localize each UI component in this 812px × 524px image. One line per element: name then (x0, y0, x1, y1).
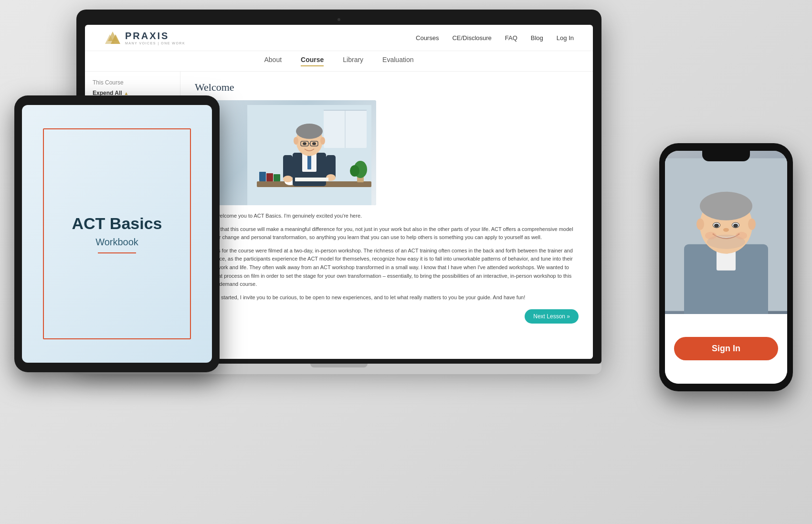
svg-point-44 (723, 228, 729, 232)
svg-rect-8 (259, 172, 266, 181)
sign-in-button[interactable]: Sign In (674, 337, 778, 360)
nav-login[interactable]: Log In (557, 34, 574, 42)
svg-point-49 (736, 232, 747, 240)
nav-courses[interactable]: Courses (416, 34, 439, 42)
svg-rect-19 (283, 155, 293, 179)
svg-point-15 (350, 165, 359, 177)
workbook-underline (98, 252, 136, 254)
welcome-text: I want to welcome you to ACT Basics. I'm… (195, 212, 579, 302)
phone-person-svg (665, 151, 787, 318)
workbook-title: ACT Basics (72, 214, 162, 233)
svg-rect-10 (274, 174, 280, 181)
svg-point-45 (696, 219, 704, 230)
logo-icon (104, 31, 121, 45)
nav-faq[interactable]: FAQ (505, 34, 517, 42)
welcome-para-3: The videos for the course were filmed at… (195, 247, 579, 289)
tab-evaluation[interactable]: Evaluation (382, 56, 413, 66)
sub-nav: About Course Library Evaluation (85, 51, 593, 72)
workbook-cover: ACT Basics Workbook (43, 128, 191, 340)
tab-course[interactable]: Course (301, 56, 324, 66)
svg-rect-9 (266, 173, 273, 181)
welcome-para-1: I want to welcome you to ACT Basics. I'm… (195, 212, 579, 220)
phone-bottom: Sign In (665, 314, 787, 384)
welcome-para-2: I'm hoping that this course will make a … (195, 225, 579, 242)
logo-area: PRAXIS MANY VOICES | ONE WORK (104, 31, 185, 45)
nav-blog[interactable]: Blog (531, 34, 543, 42)
laptop-camera (337, 18, 340, 21)
tablet-outer: ACT Basics Workbook (14, 95, 220, 372)
svg-point-25 (296, 124, 323, 139)
scene: PRAXIS MANY VOICES | ONE WORK Courses CE… (0, 0, 812, 524)
logo-name: PRAXIS (125, 31, 185, 42)
next-lesson-button[interactable]: Next Lesson » (525, 309, 579, 324)
sidebar-title: This Course (93, 79, 172, 86)
svg-point-30 (312, 142, 316, 145)
expand-arrow: ▲ (124, 91, 129, 96)
nav-ce-disclosure[interactable]: CE/Disclosure (452, 34, 491, 42)
desk-scene (195, 100, 376, 205)
workbook-subtitle: Workbook (95, 237, 138, 248)
svg-point-37 (700, 192, 752, 220)
phone-screen: Sign In (665, 151, 787, 384)
phone-notch (702, 151, 750, 161)
logo-text: PRAXIS MANY VOICES | ONE WORK (125, 31, 185, 45)
svg-point-43 (733, 224, 738, 228)
svg-point-29 (303, 142, 306, 145)
instructor-svg (247, 105, 371, 205)
instructor-photo (195, 100, 376, 205)
main-nav: Courses CE/Disclosure FAQ Blog Log In (416, 34, 574, 42)
svg-rect-23 (295, 178, 328, 181)
main-content: Welcome (180, 72, 593, 358)
tab-about[interactable]: About (264, 56, 282, 66)
logo-tagline: MANY VOICES | ONE WORK (125, 42, 185, 45)
site-header: PRAXIS MANY VOICES | ONE WORK Courses CE… (85, 25, 593, 51)
tablet: ACT Basics Workbook (14, 95, 220, 372)
welcome-title: Welcome (195, 81, 579, 94)
phone-photo (665, 151, 787, 318)
svg-point-46 (748, 219, 756, 230)
phone-outer: Sign In (659, 143, 793, 391)
svg-point-48 (705, 232, 717, 240)
svg-point-32 (320, 137, 325, 145)
svg-point-31 (294, 137, 298, 145)
svg-point-21 (283, 176, 293, 182)
tablet-screen: ACT Basics Workbook (22, 105, 212, 363)
phone: Sign In (659, 143, 793, 391)
svg-point-42 (714, 224, 719, 228)
tab-library[interactable]: Library (343, 56, 363, 66)
welcome-para-4: As you get started, I invite you to be c… (195, 293, 579, 302)
